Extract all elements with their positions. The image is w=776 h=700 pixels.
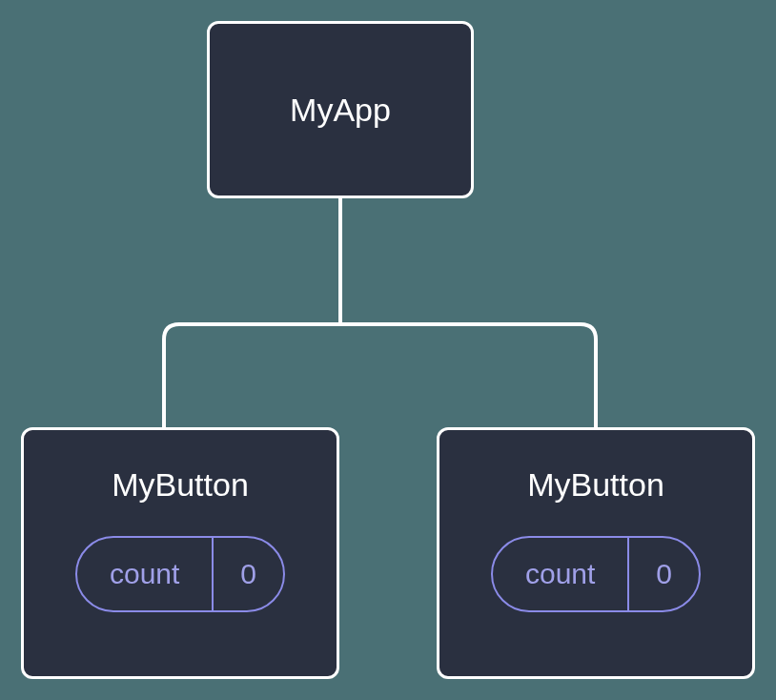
root-node-myapp: MyApp [207,21,474,198]
state-value: 0 [629,538,699,610]
child-node-mybutton-right: MyButton count 0 [437,427,755,679]
state-value: 0 [214,538,283,610]
child-node-label: MyButton [112,466,249,504]
state-name: count [77,538,214,610]
state-pill: count 0 [491,536,701,612]
child-node-mybutton-left: MyButton count 0 [21,427,339,679]
state-pill: count 0 [75,536,285,612]
state-name: count [493,538,629,610]
child-node-label: MyButton [527,466,664,504]
root-node-label: MyApp [290,92,391,129]
